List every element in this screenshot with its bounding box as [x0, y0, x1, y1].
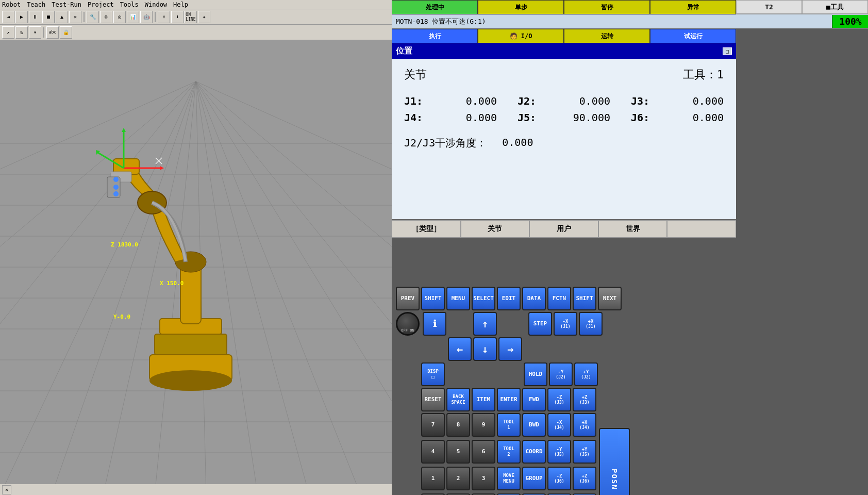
tb-settings[interactable]: ⚙ [100, 11, 112, 23]
select-button[interactable]: SELECT [472, 287, 495, 310]
plus-x-j1-button[interactable]: +X(J1) [579, 312, 603, 336]
step-button[interactable]: STEP [528, 312, 552, 336]
enter-button[interactable]: ENTER [497, 388, 521, 411]
tb-upload[interactable]: ⬆ [158, 11, 170, 23]
bwd-button[interactable]: BWD [522, 413, 546, 437]
tab-empty[interactable] [667, 220, 736, 238]
minus-x-j1-button[interactable]: -X(J1) [554, 312, 577, 336]
arrow-right-button[interactable]: → [498, 337, 522, 361]
tb-online[interactable]: ONLINE [185, 11, 197, 23]
tb2-cursor[interactable]: ↗ [2, 26, 14, 39]
tb-download[interactable]: ⬇ [171, 11, 183, 23]
tb-monitor[interactable]: 📊 [127, 11, 139, 23]
coord-button[interactable]: COORD [522, 440, 546, 464]
exec-btn[interactable]: 执行 [392, 29, 478, 43]
io-btn[interactable]: 🧑 I/O [478, 29, 564, 43]
tb-arrow-left[interactable]: ◄ [2, 11, 14, 23]
tb-pause[interactable]: ⏸ [29, 11, 41, 23]
keypad-row-2: OFF ON ℹ ↑ ← ↓ → STEP -X(J1) +X(J1) [396, 312, 865, 361]
arrow-up-button[interactable]: ↑ [473, 312, 497, 336]
item-button[interactable]: ITEM [472, 388, 495, 411]
plus-x-j4-button[interactable]: +X(J4) [573, 413, 596, 437]
menu-help[interactable]: Help [173, 1, 188, 8]
tb-teach[interactable]: 🔧 [87, 11, 99, 23]
fwd-button[interactable]: FWD [522, 388, 546, 411]
next-button[interactable]: NEXT [598, 287, 622, 310]
j1-value: 0.000 [435, 95, 497, 107]
num-1[interactable]: 1 [421, 467, 445, 490]
fctn-button[interactable]: FCTN [547, 287, 571, 310]
status-alarm[interactable]: 异常 [650, 0, 736, 14]
menu-project[interactable]: Project [88, 1, 114, 8]
data-button[interactable]: DATA [522, 287, 546, 310]
menu-robot[interactable]: Robot [2, 1, 21, 8]
j5-value: 90.000 [548, 111, 610, 124]
tool2-button[interactable]: TOOL2 [497, 440, 521, 464]
tb-stop[interactable]: ■ [42, 11, 55, 23]
tb-target[interactable]: ◎ [113, 11, 126, 23]
3d-viewport: Z 1830.0 X 150.0 Y-0.0 ✕ [0, 40, 392, 495]
tab-joint[interactable]: 关节 [461, 220, 530, 238]
minus-z-j3-button[interactable]: -Z(J3) [547, 388, 571, 411]
backspace-button[interactable]: BACKSPACE [446, 388, 470, 411]
tb2-lock[interactable]: 🔒 [60, 26, 72, 39]
num-6[interactable]: 6 [472, 440, 495, 464]
annotation-x: X 150.0 [160, 280, 183, 287]
plus-y-j5-button[interactable]: +Y(J5) [573, 440, 596, 464]
group-button[interactable]: GROUP [522, 467, 546, 490]
num-3[interactable]: 3 [472, 467, 495, 490]
move-menu-button[interactable]: MOVEMENU [497, 467, 521, 490]
arrow-down-button[interactable]: ↓ [473, 337, 497, 361]
menu-teach[interactable]: Teach [27, 1, 45, 8]
plus-z-j3-button[interactable]: +Z(J3) [573, 388, 596, 411]
num-9[interactable]: 9 [472, 413, 495, 437]
j2-value: 0.000 [548, 95, 610, 107]
info-button[interactable]: ℹ [423, 312, 446, 336]
menu-testrun[interactable]: Test-Run [52, 1, 81, 8]
plus-y-j2-button[interactable]: +Y(J2) [574, 362, 598, 386]
edit-button[interactable]: EDIT [497, 287, 521, 310]
prev-button[interactable]: PREV [396, 287, 420, 310]
tb2-rotate[interactable]: ↻ [15, 26, 28, 39]
menu-window[interactable]: Window [145, 1, 167, 8]
run-btn[interactable]: 运转 [564, 29, 650, 43]
maximize-button[interactable]: □ [723, 47, 732, 55]
plus-z-j6-button[interactable]: +Z(J6) [573, 467, 596, 490]
tool1-button[interactable]: TOOL1 [497, 413, 521, 437]
menu-tools[interactable]: Tools [120, 1, 139, 8]
num-8[interactable]: 8 [446, 413, 470, 437]
toolbar-1: ◄ ▶ ⏸ ■ ▲ ✕ 🔧 ⚙ ◎ 📊 🤖 ⬆ ⬇ ONLINE ✦ [0, 9, 392, 25]
num-5[interactable]: 5 [446, 440, 470, 464]
minus-y-j5-button[interactable]: -Y(J5) [547, 440, 571, 464]
num-4[interactable]: 4 [421, 440, 445, 464]
tb-extra[interactable]: ✦ [198, 11, 210, 23]
status-processing[interactable]: 处理中 [392, 0, 478, 14]
tab-type[interactable]: ［类型］ [392, 220, 461, 238]
tab-world[interactable]: 世界 [598, 220, 667, 238]
posn-big-button[interactable]: POSN [599, 428, 630, 496]
minus-x-j4-button[interactable]: -X(J4) [547, 413, 571, 437]
minus-z-j6-button[interactable]: -Z(J6) [547, 467, 571, 490]
tb-step-up[interactable]: ▲ [56, 11, 68, 23]
tb-close[interactable]: ✕ [69, 11, 81, 23]
shift-right-button[interactable]: SHIFT [573, 287, 596, 310]
tab-user[interactable]: 用户 [529, 220, 598, 238]
num-7[interactable]: 7 [421, 413, 445, 437]
num-2[interactable]: 2 [446, 467, 470, 490]
tb-robot-icon[interactable]: 🤖 [140, 11, 153, 23]
reset-button[interactable]: RESET [421, 388, 445, 411]
tb2-text[interactable]: abc [46, 26, 59, 39]
tb2-dropdown[interactable]: ▾ [29, 26, 41, 39]
arrow-left-button[interactable]: ← [448, 337, 472, 361]
status-pause[interactable]: 暂停 [564, 0, 650, 14]
status-step[interactable]: 单步 [478, 0, 564, 14]
menu-button[interactable]: MENU [446, 287, 470, 310]
minus-y-j2-button[interactable]: -Y(J2) [549, 362, 573, 386]
shift-left-button[interactable]: SHIFT [421, 287, 445, 310]
disp-button[interactable]: DISP□ [421, 362, 445, 386]
off-on-switch[interactable]: OFF ON [396, 312, 420, 336]
tb-play[interactable]: ▶ [15, 11, 28, 23]
hold-button[interactable]: HOLD [524, 362, 547, 386]
trial-btn[interactable]: 试运行 [650, 29, 736, 43]
status-close-button[interactable]: ✕ [2, 485, 11, 494]
